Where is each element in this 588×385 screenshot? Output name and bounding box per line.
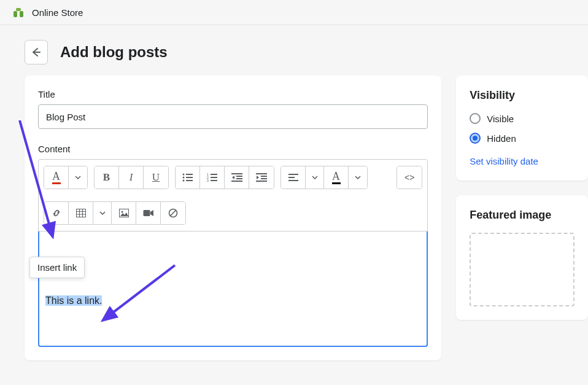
- video-button[interactable]: [136, 202, 161, 224]
- text-color-swatch: [332, 182, 341, 184]
- outdent-icon: [231, 173, 242, 182]
- svg-rect-18: [231, 181, 242, 182]
- editor-toolbar: A B I U 123: [38, 159, 428, 231]
- svg-point-32: [121, 211, 123, 213]
- visibility-option-label: Hidden: [487, 133, 516, 144]
- video-icon: [143, 209, 154, 217]
- svg-rect-4: [186, 174, 193, 175]
- code-group: <>: [397, 166, 422, 189]
- app-header-title: Online Store: [32, 7, 83, 18]
- svg-rect-33: [143, 210, 150, 216]
- text-color-button[interactable]: A: [324, 166, 349, 189]
- radio-icon: [470, 113, 481, 124]
- numbered-list-icon: 123: [207, 173, 218, 182]
- editor-textarea[interactable]: This is a link.: [38, 231, 428, 347]
- bullet-list-icon: [182, 173, 193, 182]
- sidebar: Visibility Visible Hidden Set visibility…: [456, 76, 588, 360]
- svg-point-3: [182, 174, 184, 176]
- svg-rect-10: [211, 174, 217, 175]
- svg-rect-19: [256, 173, 267, 174]
- page-header: Add blog posts: [0, 25, 588, 76]
- svg-point-7: [182, 180, 184, 182]
- title-input[interactable]: [38, 104, 428, 129]
- chevron-down-icon: [75, 176, 81, 179]
- page-title: Add blog posts: [60, 44, 168, 61]
- align-button[interactable]: [281, 166, 306, 189]
- svg-rect-22: [256, 181, 267, 182]
- app-header: Online Store: [0, 0, 588, 25]
- font-family-dropdown[interactable]: [69, 166, 87, 189]
- svg-point-5: [182, 177, 184, 179]
- align-dropdown[interactable]: [306, 166, 324, 189]
- indent-button[interactable]: [249, 166, 274, 189]
- insert-link-tooltip: Insert link: [29, 257, 85, 278]
- arrow-left-icon: [30, 46, 42, 58]
- chevron-down-icon: [99, 211, 106, 215]
- outdent-button[interactable]: [225, 166, 249, 189]
- bold-button[interactable]: B: [95, 166, 119, 189]
- italic-button[interactable]: I: [119, 166, 144, 189]
- svg-rect-0: [14, 11, 17, 17]
- editor-content-line: This is a link.: [45, 295, 420, 306]
- radio-icon: [470, 133, 481, 144]
- font-style-group: A: [44, 166, 88, 189]
- svg-text:3: 3: [207, 179, 209, 182]
- visibility-title: Visibility: [470, 89, 574, 102]
- visibility-option-visible[interactable]: Visible: [470, 113, 574, 124]
- font-color-swatch: [52, 182, 61, 184]
- bullet-list-button[interactable]: [176, 166, 200, 189]
- text-format-group: B I U: [94, 166, 169, 189]
- featured-image-card: Featured image: [456, 195, 588, 320]
- page-layout: Title Content A B I U: [0, 76, 588, 360]
- svg-rect-20: [261, 176, 267, 177]
- align-color-group: A: [280, 166, 368, 189]
- insert-group: [44, 201, 186, 225]
- numbered-list-button[interactable]: 123: [200, 166, 225, 189]
- svg-rect-21: [261, 178, 267, 179]
- font-family-button[interactable]: A: [44, 166, 69, 189]
- store-icon: [12, 6, 25, 18]
- svg-rect-6: [186, 177, 193, 178]
- content-label: Content: [38, 144, 428, 154]
- svg-rect-25: [288, 180, 298, 181]
- link-icon: [51, 208, 62, 219]
- content-section: Content A B I U: [38, 144, 428, 347]
- table-button[interactable]: [69, 202, 93, 224]
- underline-button[interactable]: U: [144, 166, 168, 189]
- text-color-dropdown[interactable]: [349, 166, 367, 189]
- list-group: 123: [175, 166, 274, 189]
- svg-rect-2: [16, 8, 21, 11]
- svg-rect-23: [288, 174, 298, 175]
- table-icon: [76, 209, 86, 217]
- visibility-card: Visibility Visible Hidden Set visibility…: [456, 76, 588, 181]
- svg-rect-1: [20, 11, 23, 17]
- svg-rect-26: [76, 209, 85, 217]
- chevron-down-icon: [355, 176, 361, 179]
- svg-line-35: [171, 211, 176, 216]
- visibility-option-label: Visible: [487, 114, 514, 124]
- svg-rect-17: [236, 178, 242, 179]
- svg-rect-24: [288, 177, 295, 178]
- image-icon: [119, 209, 129, 217]
- main-card: Title Content A B I U: [25, 76, 441, 360]
- table-dropdown[interactable]: [93, 202, 112, 224]
- code-button[interactable]: <>: [397, 166, 422, 189]
- insert-link-button[interactable]: [44, 202, 69, 224]
- svg-rect-8: [186, 180, 193, 181]
- chevron-down-icon: [312, 176, 318, 179]
- align-left-icon: [288, 174, 298, 181]
- svg-rect-16: [236, 176, 242, 177]
- image-button[interactable]: [112, 202, 136, 224]
- clear-format-button[interactable]: [161, 202, 185, 224]
- visibility-option-hidden[interactable]: Hidden: [470, 133, 574, 144]
- featured-image-title: Featured image: [470, 209, 574, 222]
- upload-zone[interactable]: [470, 233, 574, 306]
- indent-icon: [256, 173, 267, 182]
- cancel-icon: [168, 208, 178, 218]
- svg-rect-12: [211, 177, 217, 178]
- title-label: Title: [38, 89, 428, 99]
- svg-rect-14: [211, 180, 217, 181]
- back-button[interactable]: [25, 40, 48, 64]
- set-visibility-date-link[interactable]: Set visibility date: [470, 156, 538, 166]
- svg-rect-15: [231, 173, 242, 174]
